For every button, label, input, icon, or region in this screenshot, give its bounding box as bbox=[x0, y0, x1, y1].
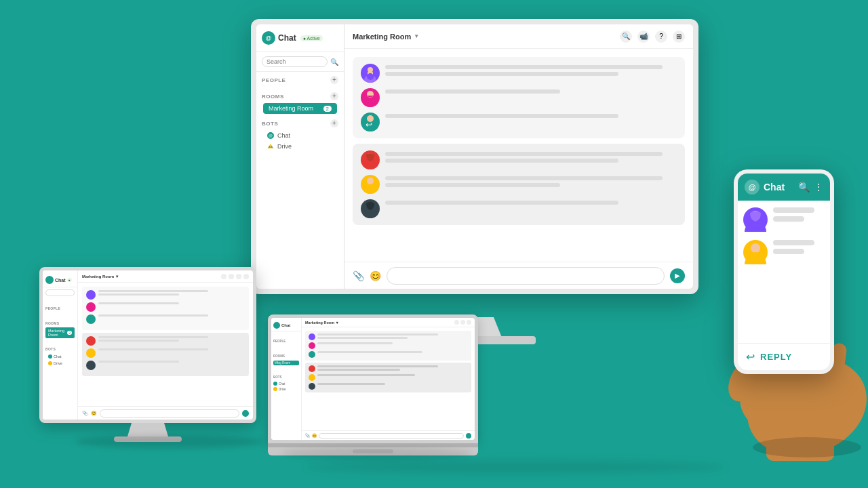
people-label: PEOPLE bbox=[262, 77, 285, 83]
room-badge: 2 bbox=[323, 106, 332, 112]
laptop-message-input[interactable] bbox=[319, 433, 464, 439]
desktop-avatar-3 bbox=[86, 314, 96, 324]
laptop-msg-group-2 bbox=[305, 363, 471, 392]
add-bots-button[interactable]: + bbox=[330, 119, 338, 127]
svg-point-2 bbox=[368, 67, 373, 73]
desktop-title: Chat bbox=[55, 278, 66, 283]
avatar-5 bbox=[361, 175, 380, 194]
desktop-chat-icon bbox=[48, 354, 52, 359]
add-rooms-button[interactable]: + bbox=[330, 92, 338, 100]
desktop-drive-bot[interactable]: Drive bbox=[45, 360, 75, 367]
message-row-4 bbox=[361, 150, 677, 169]
laptop-send-button[interactable] bbox=[466, 433, 471, 439]
sidebar-search-container[interactable]: 🔍 bbox=[256, 52, 344, 72]
phone-title: Chat bbox=[764, 182, 794, 192]
desktop-monitor-stand bbox=[127, 423, 168, 436]
video-topbar-icon[interactable]: 📹 bbox=[637, 30, 650, 43]
desktop-msg-line bbox=[98, 314, 208, 317]
phone-messages bbox=[738, 201, 830, 343]
laptop-icon-2[interactable] bbox=[460, 320, 465, 325]
desktop-shadow bbox=[75, 435, 264, 449]
desktop-icon-4[interactable] bbox=[243, 274, 249, 279]
sidebar-item-drive-bot[interactable]: Drive bbox=[262, 141, 338, 152]
message-group-2 bbox=[353, 144, 685, 225]
phone-more-icon[interactable]: ⋮ bbox=[814, 182, 823, 192]
desktop-rooms-section: ROOMS Marketing Room 2 bbox=[43, 313, 77, 339]
desktop-search-input[interactable] bbox=[45, 289, 75, 296]
search-topbar-icon[interactable]: 🔍 bbox=[620, 30, 632, 43]
phone-logo-char: @ bbox=[749, 183, 756, 191]
laptop-msg-row-1 bbox=[309, 333, 468, 340]
message-input[interactable] bbox=[387, 267, 665, 285]
attach-icon[interactable]: 📎 bbox=[353, 270, 364, 281]
desktop-drive-icon bbox=[48, 361, 52, 365]
avatar-4 bbox=[361, 150, 380, 169]
laptop-msg-line bbox=[317, 342, 393, 344]
svg-point-17 bbox=[745, 221, 766, 232]
chat-topbar: Marketing Room ▼ 🔍 📹 ? ⊞ bbox=[344, 24, 693, 49]
reply-button[interactable]: REPLY bbox=[760, 352, 792, 362]
desktop-msg-lines-3 bbox=[98, 314, 245, 318]
avatar-2 bbox=[361, 88, 380, 107]
desktop-msg-line bbox=[98, 348, 208, 350]
message-lines-1 bbox=[385, 64, 677, 79]
laptop-drive-bot[interactable]: Drive bbox=[273, 386, 299, 392]
phone-search-icon[interactable]: 🔍 bbox=[798, 182, 810, 192]
laptop-msg-line bbox=[317, 351, 422, 353]
laptop-topbar-icons bbox=[454, 320, 471, 325]
desktop-bots-section: BOTS Chat Drive bbox=[43, 339, 77, 367]
message-lines-2 bbox=[385, 88, 677, 96]
laptop-drive-bot-icon bbox=[273, 387, 277, 391]
desktop-msg-row-1 bbox=[86, 290, 245, 300]
desktop-room-name: Marketing Room ▼ bbox=[82, 274, 119, 279]
bots-section-header: BOTS + bbox=[262, 119, 338, 127]
message-row-1 bbox=[361, 64, 677, 83]
desktop-icon-1[interactable] bbox=[221, 274, 226, 279]
laptop-msg-lines-2 bbox=[317, 342, 468, 349]
desktop-msg-line bbox=[98, 302, 179, 304]
sidebar-item-marketing-room[interactable]: Marketing Room 2 bbox=[263, 103, 337, 114]
message-lines-5 bbox=[385, 175, 677, 190]
desktop-message-input[interactable] bbox=[100, 409, 239, 418]
laptop-icon-1[interactable] bbox=[454, 320, 459, 325]
desktop-avatar-2 bbox=[86, 302, 96, 312]
phone-avatar-1 bbox=[743, 207, 768, 232]
desktop-marketing-room[interactable]: Marketing Room 2 bbox=[45, 327, 75, 338]
laptop-rooms-section: ROOMS Mktg Room bbox=[271, 346, 301, 367]
svg-point-32 bbox=[753, 437, 861, 458]
desktop-monitor-screen: Chat ● PEOPLE ROOMS Marketing Room 2 bbox=[43, 270, 253, 420]
laptop-chat-bot[interactable]: Chat bbox=[273, 381, 299, 386]
grid-topbar-icon[interactable]: ⊞ bbox=[673, 30, 685, 43]
emoji-icon[interactable]: 😊 bbox=[370, 270, 381, 281]
desktop-chat-main: Marketing Room ▼ bbox=[78, 270, 253, 420]
sidebar-header: @ Chat ● Active bbox=[256, 24, 344, 52]
help-topbar-icon[interactable]: ? bbox=[655, 30, 667, 43]
add-people-button[interactable]: + bbox=[330, 76, 338, 84]
svg-point-20 bbox=[751, 243, 760, 253]
phone-frame: @ Chat 🔍 ⋮ bbox=[734, 169, 834, 374]
desktop-send-button[interactable] bbox=[242, 410, 249, 417]
laptop-emoji-icon: 😊 bbox=[312, 433, 317, 438]
laptop-msg-lines-4 bbox=[317, 365, 468, 372]
laptop-msg-row-2 bbox=[309, 342, 468, 349]
laptop-icon-3[interactable] bbox=[467, 320, 471, 325]
drive-bot-icon bbox=[267, 143, 274, 150]
desktop-icon-3[interactable] bbox=[236, 274, 241, 279]
send-button[interactable]: ▶ bbox=[670, 268, 685, 283]
laptop-msg-row-3 bbox=[309, 351, 468, 358]
laptop-msg-line bbox=[317, 365, 438, 367]
sidebar-item-chat-bot[interactable]: @ Chat bbox=[262, 130, 338, 141]
desktop-chat-bot[interactable]: Chat bbox=[45, 353, 75, 360]
desktop-msg-lines-5 bbox=[98, 348, 245, 352]
desktop-icon-2[interactable] bbox=[229, 274, 234, 279]
search-input[interactable] bbox=[262, 56, 328, 67]
laptop-marketing-room[interactable]: Mktg Room bbox=[273, 361, 299, 365]
chat-input-bar: 📎 😊 ▶ bbox=[344, 262, 693, 289]
laptop-msg-row-4 bbox=[309, 365, 468, 372]
msg-line bbox=[385, 65, 663, 69]
logo-char: @ bbox=[266, 35, 272, 41]
laptop-avatar-6 bbox=[309, 383, 315, 390]
message-row-5 bbox=[361, 175, 677, 194]
active-badge: ● Active bbox=[300, 35, 323, 41]
laptop-messages bbox=[302, 327, 475, 430]
